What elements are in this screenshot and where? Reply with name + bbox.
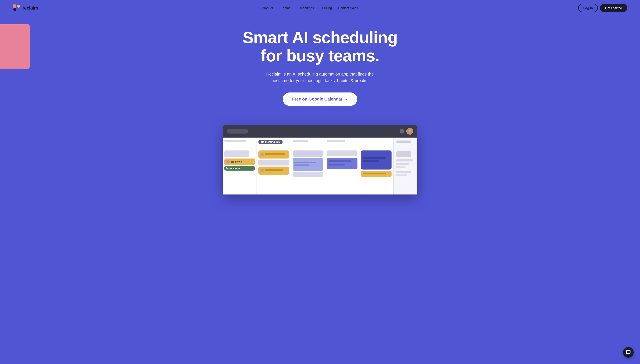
- user-avatar: [406, 128, 413, 134]
- window-control-circle: [400, 129, 404, 134]
- nav-item-teams[interactable]: Teams ▾: [278, 4, 295, 12]
- window-titlebar: [223, 125, 417, 138]
- nav-item-resources[interactable]: Resources ▾: [296, 4, 318, 12]
- navbar: reclaimai Product ▾ Teams ▾ Resources ▾ …: [0, 0, 640, 16]
- sidebar-line: [396, 166, 406, 168]
- avatar-circle: [260, 169, 264, 172]
- svg-point-2: [17, 5, 20, 8]
- event-line: [363, 160, 379, 162]
- placeholder-line: [396, 140, 411, 143]
- placeholder-event: [293, 150, 323, 157]
- chevron-down-icon: ▾: [292, 7, 292, 9]
- event-1-1-stevie: 1:1 Stevie: [224, 158, 255, 165]
- calendar-header: No meeting day: [223, 138, 417, 148]
- event-line: [294, 162, 316, 164]
- calendar-col-5: [359, 148, 394, 194]
- cal-header-col5: [359, 138, 394, 148]
- event-blue-dark-1: [361, 150, 392, 170]
- sidebar-line: [396, 159, 413, 162]
- sidebar-line: [396, 163, 409, 165]
- app-window: No meeting day 1:1 Stevie: [223, 125, 417, 194]
- calendar-sidebar: [394, 148, 417, 194]
- hero-section: Smart AI scheduling for busy teams. Recl…: [0, 16, 640, 114]
- cal-header-sidebar: [394, 138, 417, 148]
- event-line: [294, 164, 310, 166]
- calendar-body: 1:1 Stevie Decompress: [223, 148, 417, 194]
- pink-decoration: [0, 24, 30, 69]
- cal-header-col4: [325, 138, 359, 148]
- chat-bubble-button[interactable]: [623, 347, 634, 358]
- event-decompress: Decompress: [224, 166, 255, 170]
- event-line: [328, 164, 345, 166]
- svg-point-6: [408, 132, 412, 134]
- window-pill: [227, 129, 248, 134]
- placeholder-event: [293, 172, 323, 177]
- event-line: [265, 153, 285, 155]
- app-preview: No meeting day 1:1 Stevie: [218, 125, 422, 194]
- event-line: [265, 169, 283, 171]
- svg-rect-3: [17, 8, 20, 12]
- calendar-col-3: [291, 148, 325, 194]
- no-meeting-tag: No meeting day: [258, 140, 282, 144]
- get-started-button[interactable]: Get Started: [600, 4, 627, 12]
- nav-item-product[interactable]: Product ▾: [260, 4, 278, 12]
- nav-link-contact-sales[interactable]: Contact Sales: [336, 4, 360, 12]
- event-blue-med-1: [327, 158, 357, 169]
- chevron-down-icon: ▾: [274, 7, 275, 9]
- hero-headline: Smart AI scheduling for busy teams.: [238, 28, 402, 65]
- calendar-col-1: 1:1 Stevie Decompress: [223, 148, 257, 194]
- sidebar-block: [396, 151, 411, 157]
- cal-header-col2: No meeting day: [257, 138, 291, 148]
- svg-point-5: [409, 130, 411, 132]
- avatar-circle: [226, 160, 230, 164]
- nav-item-contact-sales[interactable]: Contact Sales: [336, 4, 360, 12]
- nav-item-pricing[interactable]: Pricing: [320, 4, 334, 12]
- event-line: [363, 173, 386, 174]
- placeholder-event: [327, 150, 357, 156]
- sidebar-line: [396, 174, 408, 176]
- svg-point-1: [13, 8, 16, 11]
- placeholder-line: [224, 140, 246, 142]
- nav-link-pricing[interactable]: Pricing: [320, 4, 334, 12]
- event-content: [265, 169, 287, 172]
- chevron-down-icon: ▾: [315, 7, 316, 9]
- nav-link-resources[interactable]: Resources ▾: [296, 4, 318, 12]
- placeholder-line: [293, 140, 308, 142]
- nav-links: Product ▾ Teams ▾ Resources ▾ Pricing Co…: [260, 4, 361, 12]
- svg-rect-0: [13, 4, 16, 8]
- login-button[interactable]: Log In: [578, 4, 598, 12]
- nav-link-product[interactable]: Product ▾: [260, 4, 278, 12]
- logo[interactable]: reclaimai: [13, 4, 42, 12]
- event-line: [363, 157, 386, 159]
- sidebar-line: [396, 171, 411, 173]
- window-controls: [400, 128, 413, 134]
- event-yellow-small: [361, 171, 392, 177]
- hero-subtext: Reclaim is an AI scheduling automation a…: [263, 71, 377, 84]
- event-yellow-1: [258, 150, 289, 158]
- placeholder-line: [327, 140, 345, 142]
- nav-actions: Log In Get Started: [578, 4, 627, 12]
- cta-button[interactable]: Free on Google Calendar →: [283, 92, 357, 106]
- nav-link-teams[interactable]: Teams ▾: [278, 4, 295, 12]
- event-content: [265, 153, 287, 156]
- event-blue-light-1: [293, 158, 323, 171]
- logo-icon: [13, 4, 21, 12]
- calendar-col-2: [257, 148, 291, 194]
- event-yellow-2: [258, 166, 289, 174]
- calendar-col-4: [325, 148, 359, 194]
- logo-text: reclaimai: [22, 5, 42, 11]
- avatar-circle: [260, 152, 264, 156]
- cal-header-col3: [291, 138, 325, 148]
- event-block-placeholder: [224, 150, 249, 157]
- event-line: [328, 160, 352, 162]
- placeholder-event: [258, 160, 289, 166]
- cal-header-col1: [223, 138, 257, 148]
